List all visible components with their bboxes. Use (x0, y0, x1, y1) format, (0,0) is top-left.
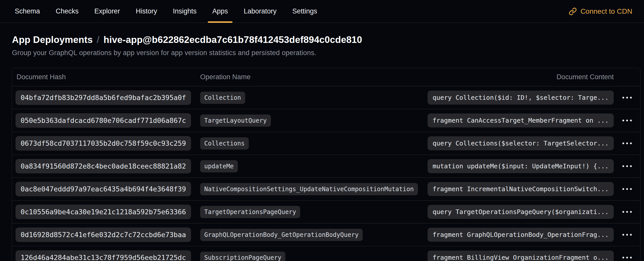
table-row: 0ac8e047eddd97a97eac6435a4b694f4e3648f39… (12, 178, 640, 201)
row-menu-button[interactable] (620, 208, 634, 216)
ellipsis-icon (622, 234, 624, 236)
column-header-operation-name: Operation Name (200, 73, 557, 81)
document-hash: 0d16928d8572c41ef6e032d2c7c72ccbd6e73baa (16, 227, 191, 242)
top-nav: Schema Checks Explorer History Insights … (0, 0, 644, 23)
operation-name: Collections (200, 137, 249, 150)
row-menu-button[interactable] (620, 231, 634, 239)
nav-tabs: Schema Checks Explorer History Insights … (10, 0, 322, 23)
document-content: fragment BillingView_OrganizationFragmen… (428, 251, 614, 261)
operation-name: TargetOperationsPageQuery (200, 206, 300, 218)
tab-label: Laboratory (244, 7, 276, 15)
row-menu-button[interactable] (620, 94, 634, 102)
table-row: 0a834f91560d872e8c4bec0ade18ceec88821a82… (12, 155, 640, 178)
deployment-name: hive-app@b622862ecdba7c61b78f412453def89… (104, 35, 362, 45)
tab-label: Insights (173, 7, 197, 15)
document-content: fragment GraphQLOperationBody_OperationF… (428, 228, 614, 242)
ellipsis-icon (622, 257, 624, 258)
tab-explorer[interactable]: Explorer (90, 0, 125, 23)
tab-label: Apps (212, 7, 228, 15)
document-content: fragment IncrementalNativeCompositionSwi… (428, 182, 614, 196)
operation-name: SubscriptionPageQuery (200, 252, 285, 261)
ellipsis-icon (622, 142, 624, 144)
tab-schema[interactable]: Schema (10, 0, 45, 23)
table-row: 050e5b363dafdcacd6780e706cadf771d06a867c… (12, 109, 640, 132)
tab-label: Settings (292, 7, 317, 15)
ellipsis-icon (622, 120, 624, 121)
table-row: 0c10556a9be4ca30e19e21c1218a592b75e63366… (12, 201, 640, 223)
breadcrumb-separator: / (97, 35, 99, 45)
row-menu-button[interactable] (620, 162, 634, 170)
document-hash: 050e5b363dafdcacd6780e706cadf771d06a867c (16, 113, 191, 128)
operation-name: TargetLayoutQuery (200, 115, 271, 127)
row-menu-button[interactable] (620, 185, 634, 193)
operation-name: GraphQLOperationBody_GetOperationBodyQue… (200, 229, 363, 241)
operation-name: NativeCompositionSettings_UpdateNativeCo… (200, 183, 418, 195)
document-content: query Collections($selector: TargetSelec… (428, 136, 614, 150)
active-tab-indicator (208, 21, 233, 23)
connect-to-cdn-button[interactable]: Connect to CDN (569, 0, 632, 23)
row-menu-button[interactable] (620, 117, 634, 124)
link-icon (569, 7, 577, 15)
document-content: mutation updateMe($input: UpdateMeInput!… (428, 159, 614, 173)
ellipsis-icon (622, 165, 624, 167)
operation-name: updateMe (200, 160, 238, 172)
document-hash: 04bfa72dfb83b297dd8a5b6fed9bafac2b395a0f (16, 90, 191, 105)
app-deployments-page: Schema Checks Explorer History Insights … (0, 0, 644, 261)
connect-to-cdn-label: Connect to CDN (580, 7, 632, 15)
document-content: query TargetOperationsPageQuery($organiz… (428, 205, 614, 219)
table-row: 0673df58cd7037117035b2d0c758f59c0c93c259… (12, 132, 640, 155)
ellipsis-icon (622, 97, 624, 99)
tab-apps[interactable]: Apps (208, 0, 233, 23)
tab-label: Checks (56, 7, 79, 15)
tab-history[interactable]: History (131, 0, 162, 23)
operation-name: Collection (200, 92, 245, 104)
row-menu-button[interactable] (620, 254, 634, 261)
tab-label: Schema (15, 7, 40, 15)
ellipsis-icon (622, 188, 624, 190)
tab-checks[interactable]: Checks (51, 0, 83, 23)
tab-label: Explorer (94, 7, 120, 15)
table-row: 0d16928d8572c41ef6e032d2c7c72ccbd6e73baa… (12, 223, 640, 246)
tab-settings[interactable]: Settings (288, 0, 322, 23)
ellipsis-icon (622, 211, 624, 213)
page-header: App Deployments / hive-app@b622862ecdba7… (0, 23, 644, 57)
table-row: 126d46a4284abe31c13c78f7959d56eeb21725dc… (12, 246, 640, 261)
page-title: App Deployments / hive-app@b622862ecdba7… (12, 35, 632, 45)
page-subtitle: Group your GraphQL operations by app ver… (12, 49, 632, 57)
column-header-document-hash: Document Hash (12, 73, 200, 81)
table-row: 04bfa72dfb83b297dd8a5b6fed9bafac2b395a0f… (12, 86, 640, 109)
breadcrumb-app-deployments[interactable]: App Deployments (12, 35, 93, 45)
tab-insights[interactable]: Insights (168, 0, 201, 23)
document-hash: 0ac8e047eddd97a97eac6435a4b694f4e3648f39 (16, 182, 191, 196)
documents-table: Document Hash Operation Name Document Co… (12, 68, 640, 261)
tab-label: History (136, 7, 157, 15)
document-content: query Collection($id: ID!, $selector: Ta… (428, 91, 614, 105)
document-hash: 0a834f91560d872e8c4bec0ade18ceec88821a82 (16, 159, 191, 173)
tab-laboratory[interactable]: Laboratory (239, 0, 281, 23)
document-content: fragment CanAccessTarget_MemberFragment … (428, 113, 614, 127)
table-header-row: Document Hash Operation Name Document Co… (12, 68, 640, 86)
document-hash: 0c10556a9be4ca30e19e21c1218a592b75e63366 (16, 205, 191, 219)
column-header-document-content: Document Content (557, 73, 614, 81)
document-hash: 0673df58cd7037117035b2d0c758f59c0c93c259 (16, 136, 191, 151)
document-hash: 126d46a4284abe31c13c78f7959d56eeb21725dc (16, 250, 191, 261)
row-menu-button[interactable] (620, 139, 634, 147)
